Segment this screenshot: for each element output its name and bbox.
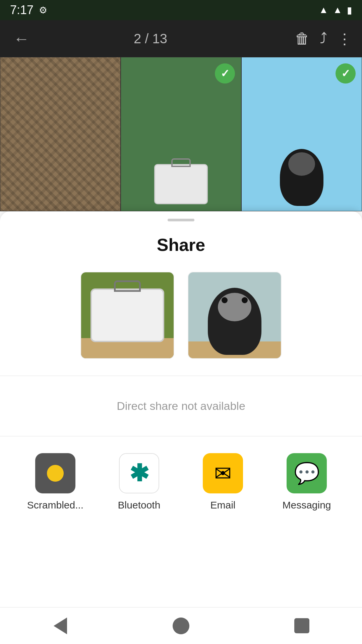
divider-1 [0,376,362,376]
bluetooth-icon: ✱ [119,453,159,493]
monkey-shape-small [280,149,323,206]
nav-recents-icon [294,618,309,633]
delete-button[interactable]: 🗑 [295,30,310,47]
navigation-bar [0,607,362,644]
divider-2 [0,436,362,436]
selected-photos-preview [0,272,362,359]
share-options-row: Scrambled... ✱ Bluetooth ✉ Email 💬 Messa… [0,440,362,518]
nav-back-icon [54,618,67,634]
photo-grid: ✓ ✓ [0,57,362,211]
scrambled-icon [35,453,75,493]
app-bar-actions: 🗑 ⤴ ⋮ [295,30,352,47]
nav-recents-button[interactable] [290,614,313,638]
direct-share-unavailable: Direct share not available [0,379,362,433]
photo-thumb-1[interactable] [0,57,121,211]
selected-checkmark-2: ✓ [215,63,235,84]
status-time: 7:17 [10,3,34,17]
messaging-icon: 💬 [287,453,327,493]
selected-checkmark-3: ✓ [336,63,356,84]
suitcase-shape-large [90,288,164,342]
bluetooth-symbol: ✱ [129,460,149,487]
wifi-icon: ▲ [319,5,328,15]
monkey-photo-bg [188,272,281,358]
selected-photo-2 [188,272,282,359]
share-button[interactable]: ⤴ [320,30,327,47]
monkey-eye-left [222,297,228,303]
monkey-shape-large [208,288,261,355]
suitcase-shape-small [154,164,208,204]
messaging-label: Messaging [282,499,331,511]
share-option-scrambled[interactable]: Scrambled... [25,453,85,511]
status-bar-left: 7:17 ⚙ [10,3,47,17]
nav-home-icon [173,618,189,634]
selected-photo-1 [80,272,174,359]
share-title: Share [0,235,362,255]
notification-icon: ⚙ [39,5,47,16]
drag-handle[interactable] [168,219,194,221]
suitcase-photo-bg [81,272,174,358]
share-option-messaging[interactable]: 💬 Messaging [277,453,337,511]
status-bar-right: ▲ ▲ ▮ [319,5,352,16]
scrambled-icon-inner [47,465,64,482]
photo-1-image [0,57,120,211]
share-option-email[interactable]: ✉ Email [193,453,253,511]
nav-home-button[interactable] [169,614,193,638]
status-bar: 7:17 ⚙ ▲ ▲ ▮ [0,0,362,20]
monkey-eye-right [242,297,248,303]
photo-thumb-2[interactable]: ✓ [121,57,241,211]
monkey-eyes [208,297,261,303]
photo-thumb-3[interactable]: ✓ [241,57,362,211]
nav-back-button[interactable] [49,614,72,638]
signal-icon: ▲ [333,5,342,15]
more-options-button[interactable]: ⋮ [337,30,352,47]
app-bar: ← 2 / 13 🗑 ⤴ ⋮ [0,20,362,57]
photo-counter: 2 / 13 [13,31,288,46]
battery-icon: ▮ [347,5,352,16]
scrambled-label: Scrambled... [27,499,83,511]
bluetooth-label: Bluetooth [118,499,161,511]
share-option-bluetooth[interactable]: ✱ Bluetooth [109,453,169,511]
email-icon: ✉ [203,453,243,493]
email-label: Email [210,499,235,511]
share-bottom-sheet: Share Direct share [0,211,362,644]
